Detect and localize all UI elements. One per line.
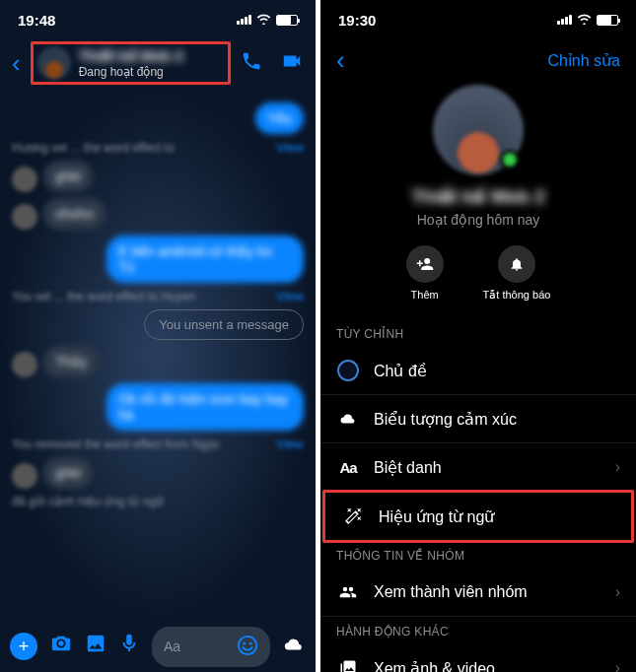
members-label: Xem thành viên nhóm	[374, 583, 528, 601]
send-cloud-icon[interactable]	[282, 634, 306, 660]
nav-bar: ‹ Chỉnh sửa	[320, 39, 636, 81]
message-in[interactable]: Thấy	[43, 346, 99, 377]
section-group-info: THÔNG TIN VỀ NHÓM	[320, 541, 636, 569]
back-button[interactable]: ‹	[12, 48, 21, 79]
profile-avatar[interactable]	[433, 85, 524, 175]
unsent-message[interactable]: You unsent a message	[144, 309, 304, 340]
svg-point-2	[249, 641, 252, 644]
status-bar: 19:48	[0, 0, 316, 39]
chat-screen: 19:48 ‹ Thiết kế Web 2 Đang hoạt động	[0, 0, 316, 672]
system-message: Hương set ... the word effect toView	[12, 140, 304, 155]
theme-label: Chủ đề	[374, 362, 427, 380]
message-out[interactable]: Ok rồi đó hiện icon bay bay hà	[106, 383, 304, 431]
members-item[interactable]: Xem thành viên nhóm ›	[320, 569, 636, 617]
system-message: You removed the word effect from NgọcVie…	[12, 437, 304, 451]
status-time: 19:30	[338, 12, 376, 29]
nav-bar: ‹ Thiết kế Web 2 Đang hoạt động	[0, 39, 316, 87]
plus-button[interactable]: +	[10, 633, 37, 660]
edit-button[interactable]: Chỉnh sửa	[547, 51, 620, 70]
bell-icon	[498, 245, 535, 283]
online-indicator	[500, 150, 520, 169]
profile-name: Thiết kế Web 2	[411, 185, 545, 208]
view-link[interactable]: View	[276, 289, 304, 303]
status-time: 19:48	[18, 12, 55, 29]
media-icon	[336, 656, 360, 672]
message-in[interactable]: ghkt	[43, 457, 93, 489]
camera-icon[interactable]	[49, 633, 73, 660]
add-person-icon	[406, 245, 444, 283]
gallery-icon[interactable]	[85, 633, 106, 660]
chevron-icon: ›	[615, 583, 620, 601]
profile-actions: Thêm Tắt thông báo	[406, 245, 551, 302]
mic-icon[interactable]	[118, 633, 140, 660]
emoji-icon	[336, 407, 360, 431]
svg-point-0	[239, 636, 256, 653]
message-input-bar: + Aa	[0, 621, 316, 672]
group-icon	[336, 580, 360, 604]
status-indicators	[557, 13, 618, 28]
chevron-icon: ›	[615, 458, 620, 476]
word-effect-item-highlighted[interactable]: Hiệu ứng từ ngữ	[322, 490, 634, 543]
video-call-icon[interactable]	[280, 50, 304, 77]
theme-item[interactable]: Chủ đề	[320, 347, 636, 395]
media-label: Xem ảnh & video	[374, 659, 495, 673]
message-out[interactable]: E bên android có thấy ko Tú	[106, 235, 304, 283]
emoji-label: Biểu tượng cảm xúc	[374, 410, 517, 429]
details-screen: 19:30 ‹ Chỉnh sửa Thiết kế Web 2 Hoạt độ…	[320, 0, 636, 672]
add-member-button[interactable]: Thêm	[406, 245, 444, 302]
sender-avatar[interactable]	[12, 352, 37, 377]
signal-icon	[557, 15, 572, 25]
system-message: đã gửi cảnh hiệu ứng từ ngữ	[12, 495, 304, 508]
nav-actions	[241, 50, 304, 77]
chevron-icon: ›	[615, 659, 620, 672]
contact-avatar	[37, 46, 71, 80]
chat-messages[interactable]: Yêu Hương set ... the word effect toView…	[0, 87, 316, 621]
back-button[interactable]: ‹	[336, 45, 345, 76]
text-input[interactable]: Aa	[152, 627, 270, 667]
battery-icon	[276, 15, 298, 26]
message-in[interactable]: ghkt	[43, 161, 93, 192]
view-link[interactable]: View	[276, 437, 304, 451]
profile-status: Hoạt động hôm nay	[417, 212, 540, 228]
emoji-item[interactable]: Biểu tượng cảm xúc	[320, 395, 636, 443]
input-placeholder: Aa	[164, 638, 180, 654]
nickname-label: Biệt danh	[374, 458, 442, 477]
media-item[interactable]: Xem ảnh & video ›	[320, 644, 636, 672]
signal-icon	[237, 15, 251, 25]
nickname-item[interactable]: Aa Biệt danh ›	[320, 443, 636, 492]
system-message: You set ... the word effect to HuyenView	[12, 289, 304, 303]
theme-icon	[336, 359, 360, 382]
emoji-icon[interactable]	[237, 635, 258, 659]
status-indicators	[237, 13, 298, 28]
sender-avatar[interactable]	[12, 167, 37, 192]
section-other-actions: HÀNH ĐỘNG KHÁC	[320, 617, 636, 644]
nickname-icon: Aa	[336, 455, 360, 479]
audio-call-icon[interactable]	[241, 50, 262, 77]
profile-header: Thiết kế Web 2 Hoạt động hôm nay Thêm Tắ…	[320, 81, 636, 319]
contact-status: Đang hoạt động	[79, 65, 183, 79]
sender-avatar[interactable]	[12, 463, 37, 489]
section-customize: TÙY CHỈNH	[320, 319, 636, 347]
contact-header-highlighted[interactable]: Thiết kế Web 2 Đang hoạt động	[31, 41, 231, 85]
message-in[interactable]: ohoho	[43, 198, 106, 230]
wifi-icon	[577, 13, 592, 28]
battery-icon	[597, 15, 618, 26]
message-out[interactable]: Yêu	[255, 102, 304, 134]
word-effect-label: Hiệu ứng từ ngữ	[379, 507, 494, 526]
svg-point-1	[243, 641, 246, 644]
status-bar: 19:30	[320, 0, 636, 39]
wifi-icon	[256, 13, 271, 28]
sender-avatar[interactable]	[12, 204, 37, 230]
contact-name: Thiết kế Web 2	[79, 47, 183, 65]
view-link[interactable]: View	[276, 140, 304, 155]
wand-icon	[341, 504, 365, 528]
mute-button[interactable]: Tắt thông báo	[483, 245, 551, 302]
